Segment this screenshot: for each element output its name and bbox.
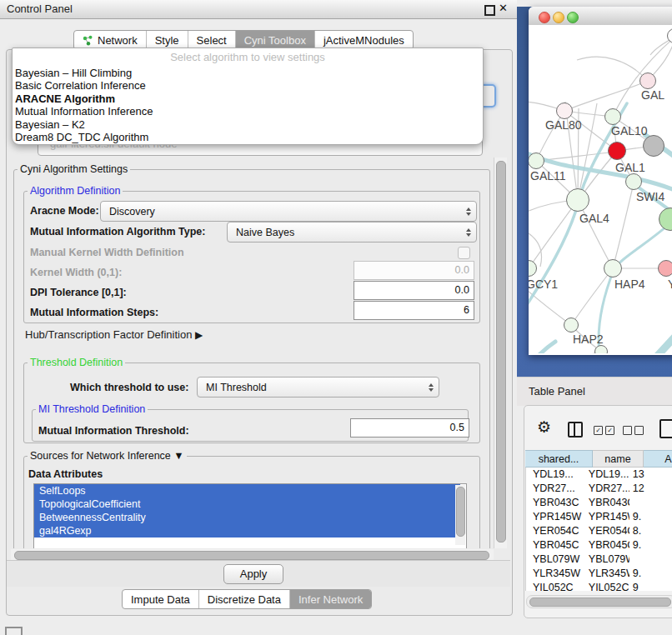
algorithm-option[interactable]: ARACNE Algorithm xyxy=(13,92,483,105)
apply-button[interactable]: Apply xyxy=(223,564,283,584)
which-threshold-combo[interactable]: MI Threshold xyxy=(197,377,439,398)
network-node-gal10[interactable] xyxy=(604,108,621,125)
network-node-hap4[interactable] xyxy=(604,259,622,278)
table-cell: YIL052C xyxy=(526,581,585,591)
dpi-tolerance-field[interactable]: 0.0 xyxy=(354,281,474,300)
tab-infer-network[interactable]: Infer Network xyxy=(290,590,371,608)
zoom-traffic-light-icon[interactable] xyxy=(567,12,579,23)
network-node-gal80[interactable] xyxy=(556,102,573,119)
algorithm-definition-title: Algorithm Definition xyxy=(28,185,123,197)
attribute-list-item[interactable]: TopologicalCoefficient xyxy=(34,498,460,511)
algorithm-option[interactable]: Dream8 DC_TDC Algorithm xyxy=(13,131,483,143)
table-cell: 9. xyxy=(629,567,672,581)
network-node-gal4[interactable] xyxy=(566,188,589,212)
node-label: GAL4 xyxy=(579,212,609,225)
network-node-gal11[interactable] xyxy=(529,152,544,169)
tab-cyni-toolbox[interactable]: Cyni Toolbox xyxy=(236,31,315,49)
mi-steps-field[interactable]: 6 xyxy=(354,301,474,320)
table-row[interactable]: YDL19...YDL19...13 xyxy=(526,468,672,482)
table-cell: YDL19... xyxy=(526,468,585,482)
network-node-swi4[interactable] xyxy=(625,173,642,190)
select-all-columns-icon[interactable]: ✓✓ xyxy=(594,426,614,435)
table-horizontal-scrollbar[interactable] xyxy=(526,595,672,608)
kernel-width-label: Kernel Width (0,1): xyxy=(30,267,122,278)
tab-label: Select xyxy=(197,34,227,47)
aracne-mode-label: Aracne Mode: xyxy=(30,205,99,217)
gear-icon[interactable]: ⚙ xyxy=(537,419,551,435)
document-icon[interactable] xyxy=(659,419,672,438)
table-cell: YIL052C xyxy=(585,581,629,591)
table-row[interactable]: YIL052CYIL052C9 xyxy=(526,581,672,591)
sources-title[interactable]: Sources for Network Inference ▼ xyxy=(28,450,187,462)
table-row[interactable]: YBL079WYBL079W xyxy=(526,552,672,567)
cyni-settings-title: Cyni Algorithm Settings xyxy=(18,163,130,175)
network-window-titlebar[interactable] xyxy=(529,7,672,26)
algorithm-option[interactable]: Basic Correlation Inference xyxy=(13,79,483,92)
close-icon[interactable]: ✕ xyxy=(499,2,508,14)
network-node-gal1[interactable] xyxy=(608,142,626,160)
tab-network[interactable]: Network xyxy=(74,31,147,49)
network-canvas[interactable]: GALGAL80GAL10GAL1GAL11SWI4GAL4GCY1HAP4YH… xyxy=(529,25,672,353)
table-cell: YER054C xyxy=(526,524,585,538)
network-icon xyxy=(83,35,93,46)
table-cell: YBL079W xyxy=(526,552,585,567)
mi-type-combo[interactable]: Naive Bayes xyxy=(227,222,477,242)
minimize-traffic-light-icon[interactable] xyxy=(553,12,564,23)
tab-jactivemnodules[interactable]: jActiveMNodules xyxy=(315,31,413,49)
network-node[interactable] xyxy=(594,345,608,353)
settings-scroll-area: Cyni Algorithm Settings Algorithm Defini… xyxy=(11,158,494,548)
table-cell xyxy=(629,496,672,510)
node-label: GAL xyxy=(641,88,664,102)
close-traffic-light-icon[interactable] xyxy=(539,12,550,23)
table-row[interactable]: YDR27...YDR27...12 xyxy=(526,482,672,496)
list-scrollbar[interactable] xyxy=(455,485,465,545)
mi-threshold-field[interactable]: 0.5 xyxy=(350,418,469,438)
network-node-hap2[interactable] xyxy=(564,318,579,332)
aracne-mode-combo[interactable]: Discovery xyxy=(100,201,477,222)
node-label: GAL1 xyxy=(615,161,645,174)
float-window-icon[interactable] xyxy=(484,5,495,16)
tab-style[interactable]: Style xyxy=(147,31,188,49)
mi-type-label: Mutual Information Algorithm Type: xyxy=(30,226,205,238)
network-node[interactable] xyxy=(643,135,664,157)
tab-impute-data[interactable]: Impute Data xyxy=(123,590,199,608)
kernel-width-field[interactable]: 0.0 xyxy=(354,261,474,280)
algorithm-option[interactable]: Mutual Information Inference xyxy=(13,105,483,118)
table-cell: YBL079W xyxy=(585,552,629,567)
column-header-1[interactable]: shared... xyxy=(525,450,593,468)
column-header-3[interactable]: A xyxy=(644,450,672,468)
attribute-list-item[interactable]: gal4RGexp xyxy=(34,524,460,538)
settings-vertical-scrollbar[interactable] xyxy=(494,158,507,548)
algorithm-option[interactable]: Bayesian – K2 xyxy=(13,118,483,131)
manual-kernel-checkbox[interactable] xyxy=(458,247,470,259)
hub-definition-expander[interactable]: Hub/Transcription Factor Definition ▶ xyxy=(25,328,203,341)
tab-discretize-data[interactable]: Discretize Data xyxy=(199,590,290,608)
table-row[interactable]: YPR145WYPR145W9. xyxy=(526,510,672,524)
network-node-gal[interactable] xyxy=(639,72,656,89)
table-cell: YBR045C xyxy=(526,538,585,552)
attribute-list-item[interactable]: BetweennessCentrality xyxy=(34,511,460,524)
tab-label: Impute Data xyxy=(131,593,190,606)
attribute-list-item[interactable]: SelfLoops xyxy=(34,484,460,498)
tab-select[interactable]: Select xyxy=(188,31,236,49)
combo-stepper-icon xyxy=(461,208,476,216)
table-row[interactable]: YLR345WYLR345W9. xyxy=(526,567,672,581)
collapsed-panel-icon[interactable] xyxy=(5,627,23,635)
network-window: GALGAL80GAL10GAL1GAL11SWI4GAL4GCY1HAP4YH… xyxy=(529,7,672,355)
cyni-mode-tab-bar: Impute DataDiscretize DataInfer Network xyxy=(122,589,372,609)
columns-icon[interactable] xyxy=(568,422,583,438)
table-row[interactable]: YBR045CYBR045C9. xyxy=(526,538,672,552)
table-cell: YDL19... xyxy=(585,468,629,482)
table-row[interactable]: YER054CYER054C8. xyxy=(526,524,672,538)
network-node-y[interactable] xyxy=(658,260,672,277)
node-label: SWI4 xyxy=(636,190,664,203)
column-header-2[interactable]: name xyxy=(593,450,644,468)
apply-row: Apply xyxy=(7,560,510,587)
deselect-all-columns-icon[interactable] xyxy=(623,426,644,435)
table-row[interactable]: YBR043CYBR043C xyxy=(526,496,672,510)
algorithm-option[interactable]: Bayesian – Hill Climbing xyxy=(13,67,483,79)
mi-threshold-title: MI Threshold Definition xyxy=(36,403,148,415)
table-cell: YBR043C xyxy=(585,496,629,510)
app-root: Control Panel ✕ NetworkStyleSelectCyni T… xyxy=(0,0,672,635)
settings-horizontal-scrollbar[interactable] xyxy=(11,549,494,560)
